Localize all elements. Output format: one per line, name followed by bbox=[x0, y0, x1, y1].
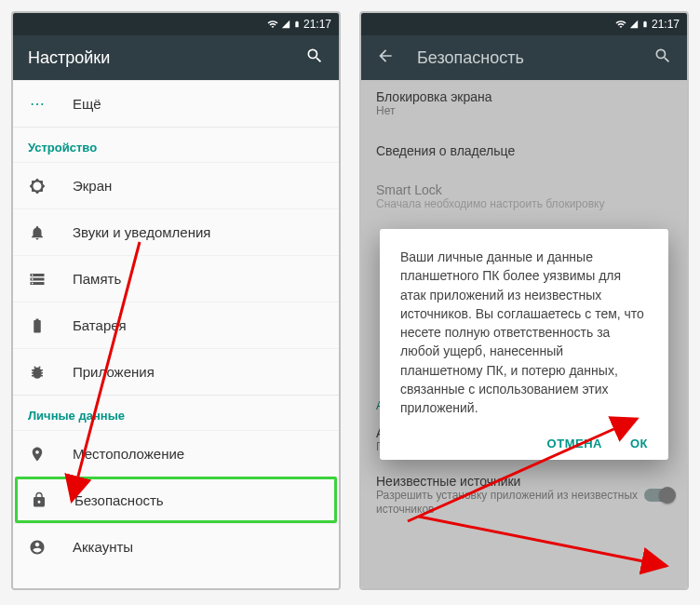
unknown-sources-dialog: Ваши личные данные и данные планшетного … bbox=[380, 229, 668, 460]
status-bar: 21:17 bbox=[13, 13, 339, 35]
bell-icon bbox=[28, 224, 47, 241]
sidebar-item-location[interactable]: Местоположение bbox=[13, 430, 339, 477]
sidebar-item-display[interactable]: Экран bbox=[13, 162, 339, 208]
sidebar-item-label: Память bbox=[73, 271, 324, 287]
sidebar-item-accounts[interactable]: Аккаунты bbox=[13, 523, 339, 570]
sidebar-item-sound[interactable]: Звуки и уведомления bbox=[13, 208, 339, 255]
phone-settings: 21:17 Настройки ⋯ Ещё Устройство Экран З… bbox=[11, 11, 341, 590]
sidebar-item-label: Батарея bbox=[73, 317, 324, 333]
sidebar-item-label: Безопасность bbox=[74, 492, 322, 508]
page-title: Безопасность bbox=[417, 48, 631, 68]
search-icon[interactable] bbox=[305, 47, 324, 69]
sidebar-item-apps[interactable]: Приложения bbox=[13, 348, 339, 395]
sidebar-item-security[interactable]: Безопасность bbox=[15, 477, 337, 523]
section-header-device: Устройство bbox=[13, 127, 339, 162]
wifi-icon bbox=[615, 19, 626, 30]
search-icon[interactable] bbox=[653, 47, 672, 69]
battery-icon bbox=[293, 19, 301, 30]
phone-security: 21:17 Безопасность Блокировка экрана Нет… bbox=[359, 11, 689, 590]
sidebar-item-label: Приложения bbox=[73, 364, 324, 380]
back-icon[interactable] bbox=[376, 47, 395, 69]
sidebar-item-more[interactable]: ⋯ Ещё bbox=[13, 80, 339, 127]
location-icon bbox=[28, 446, 47, 463]
wifi-icon bbox=[267, 19, 278, 30]
status-time: 21:17 bbox=[303, 18, 331, 31]
page-title: Настройки bbox=[28, 48, 283, 68]
sidebar-item-memory[interactable]: Память bbox=[13, 255, 339, 302]
cancel-button[interactable]: ОТМЕНА bbox=[547, 437, 602, 450]
lock-icon bbox=[30, 491, 48, 508]
appbar-security: Безопасность bbox=[361, 35, 687, 80]
settings-list: ⋯ Ещё Устройство Экран Звуки и уведомлен… bbox=[13, 80, 339, 588]
dialog-actions: ОТМЕНА ОК bbox=[400, 437, 648, 450]
status-time: 21:17 bbox=[652, 18, 680, 31]
sidebar-item-label: Ещё bbox=[73, 96, 324, 112]
sidebar-item-label: Звуки и уведомления bbox=[73, 224, 324, 240]
sidebar-item-label: Экран bbox=[73, 178, 324, 194]
signal-icon bbox=[281, 19, 290, 30]
appbar-settings: Настройки bbox=[13, 35, 339, 80]
section-header-personal: Личные данные bbox=[13, 395, 339, 430]
battery-icon bbox=[641, 19, 649, 30]
sidebar-item-label: Аккаунты bbox=[73, 539, 324, 555]
ok-button[interactable]: ОК bbox=[630, 437, 648, 450]
apps-icon bbox=[28, 364, 47, 381]
accounts-icon bbox=[28, 539, 47, 556]
status-bar: 21:17 bbox=[361, 13, 687, 35]
storage-icon bbox=[28, 271, 47, 288]
battery-icon bbox=[28, 317, 47, 334]
sidebar-item-label: Местоположение bbox=[73, 446, 324, 462]
more-icon: ⋯ bbox=[28, 95, 47, 113]
signal-icon bbox=[629, 19, 639, 30]
sidebar-item-battery[interactable]: Батарея bbox=[13, 302, 339, 348]
security-list: Блокировка экрана Нет Сведения о владель… bbox=[361, 80, 687, 588]
display-icon bbox=[28, 178, 47, 195]
dialog-message: Ваши личные данные и данные планшетного … bbox=[400, 248, 648, 418]
